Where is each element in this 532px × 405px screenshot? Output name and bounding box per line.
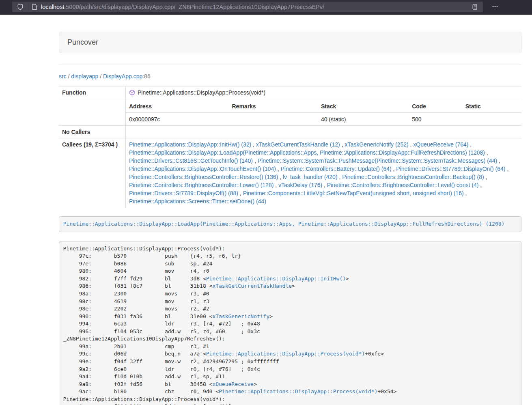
stats-header-row: Address Remarks Stack Code Static: [126, 100, 521, 113]
asm-symbol-link[interactable]: xQueueReceive: [212, 381, 254, 387]
callers-cell: [126, 126, 522, 138]
callees-row-label: Callees (19, Σ=3704 ): [59, 138, 126, 208]
url-host: localhost: [41, 4, 64, 10]
symbol-cube-icon: [129, 89, 135, 98]
callee-link[interactable]: Pinetime::Controllers::BrightnessControl…: [327, 182, 478, 188]
function-table: Function Pinetime::Applications::Display…: [59, 86, 521, 207]
callees-row: Callees (19, Σ=3704 ) Pinetime::Applicat…: [59, 138, 521, 208]
callee-link[interactable]: Pinetime::System::SystemTask::PushMessag…: [258, 157, 498, 164]
asm-symbol-link[interactable]: Pinetime::Applications::DisplayApp::Proc…: [219, 388, 377, 394]
callee-link[interactable]: Pinetime::Controllers::Battery::Update()…: [281, 166, 392, 172]
stats-header-address: Address: [126, 100, 229, 113]
browser-toolbar: localhost:5000/path/src/displayapp/Displ…: [0, 0, 532, 15]
callee-link[interactable]: Pinetime::Controllers::BrightnessControl…: [342, 174, 484, 180]
function-row: Function Pinetime::Applications::Display…: [59, 86, 521, 100]
breadcrumb-separator: /: [98, 73, 103, 80]
url-bar[interactable]: localhost:5000/path/src/displayapp/Displ…: [12, 2, 483, 12]
function-cell: Pinetime::Applications::DisplayApp::Proc…: [126, 86, 522, 100]
reader-mode-icon[interactable]: [471, 3, 479, 11]
asm-symbol-link[interactable]: xTaskGenericNotify: [212, 313, 269, 319]
callee-link[interactable]: Pinetime::Controllers::BrightnessControl…: [129, 182, 274, 188]
callers-row-label: No Callers: [59, 126, 126, 138]
breadcrumb-link[interactable]: DisplayApp.cpp: [103, 73, 142, 80]
stats-value-address: 0x0000097c: [126, 113, 229, 125]
page-icon[interactable]: [30, 3, 39, 11]
stats-header-stack: Stack: [318, 100, 409, 113]
divider-rule: [59, 65, 521, 65]
breadcrumb: src / displayapp / DisplayApp.cpp:86: [59, 72, 521, 80]
breadcrumb-separator: /: [67, 73, 71, 80]
page-container: Puncover src / displayapp / DisplayApp.c…: [59, 32, 521, 405]
more-menu-button[interactable]: [488, 2, 502, 12]
function-name: Pinetime::Applications::DisplayApp::Proc…: [138, 89, 265, 96]
callee-link[interactable]: lv_task_handler (420): [283, 174, 338, 180]
shield-icon[interactable]: [16, 3, 24, 11]
assembly-listing: Pinetime::Applications::DisplayApp::Proc…: [59, 241, 521, 405]
asm-symbol-link[interactable]: Pinetime::Applications::DisplayApp::Proc…: [206, 351, 365, 357]
stats-table: Address Remarks Stack Code Static 0x0000…: [126, 100, 521, 125]
highlight-loadapp-link[interactable]: Pinetime::Applications::DisplayApp::Load…: [63, 221, 505, 227]
breadcrumb-link[interactable]: src: [59, 73, 67, 80]
stats-value-static: [462, 113, 521, 125]
callee-link[interactable]: Pinetime::Components::LittleVgl::SetNewT…: [243, 190, 464, 196]
stats-row: Address Remarks Stack Code Static 0x0000…: [59, 100, 521, 126]
callee-link[interactable]: Pinetime::Drivers::St7789::DisplayOn() (…: [396, 166, 505, 172]
page-title-panel: Puncover: [59, 32, 521, 53]
urlbar-divider: [27, 3, 27, 11]
callee-link[interactable]: xTaskGetCurrentTaskHandle (12): [256, 141, 340, 148]
stats-value-remarks: [229, 113, 318, 125]
url-text: localhost:5000/path/src/displayapp/Displ…: [41, 4, 471, 10]
callee-link[interactable]: Pinetime::Drivers::St7789::DisplayOff() …: [129, 190, 238, 196]
stats-value-code: 500: [409, 113, 462, 125]
callers-row: No Callers: [59, 126, 521, 138]
callees-list: Pinetime::Applications::DisplayApp::Init…: [126, 138, 522, 208]
callee-link[interactable]: Pinetime::Controllers::BrightnessControl…: [129, 174, 278, 180]
callee-link[interactable]: Pinetime::Applications::DisplayApp::Load…: [129, 149, 485, 156]
callee-link[interactable]: Pinetime::Applications::DisplayApp::Init…: [129, 141, 251, 148]
callee-link[interactable]: Pinetime::Drivers::Cst816S::GetTouchInfo…: [129, 157, 253, 164]
highlight-code-line: Pinetime::Applications::DisplayApp::Load…: [59, 216, 521, 232]
page-title: Puncover: [67, 38, 98, 46]
stats-row-label: [59, 100, 126, 126]
breadcrumb-link[interactable]: displayapp: [71, 73, 98, 80]
callee-link[interactable]: vTaskDelay (176): [278, 182, 322, 188]
stats-header-code: Code: [409, 100, 462, 113]
callee-link[interactable]: Pinetime::Applications::Screens::Timer::…: [129, 198, 266, 205]
ellipsis-icon: [492, 3, 498, 11]
stats-value-stack: 40 (static): [318, 113, 409, 125]
stats-value-row: 0x0000097c 40 (static) 500: [126, 113, 521, 125]
function-row-label: Function: [59, 86, 126, 100]
url-path: :5000/path/src/displayapp/DisplayApp.cpp…: [64, 4, 324, 10]
asm-symbol-link[interactable]: xTaskGetCurrentTaskHandle: [212, 283, 292, 289]
callee-link[interactable]: xTaskGenericNotify (252): [345, 141, 408, 148]
asm-symbol-link[interactable]: Pinetime::Applications::DisplayApp::Init…: [206, 276, 346, 282]
breadcrumb-line-number: :86: [142, 73, 150, 80]
callee-link[interactable]: xQueueReceive (764): [413, 141, 468, 148]
stats-header-remarks: Remarks: [229, 100, 318, 113]
stats-cell: Address Remarks Stack Code Static 0x0000…: [126, 100, 522, 126]
stats-header-static: Static: [462, 100, 521, 113]
callee-link[interactable]: Pinetime::Applications::DisplayApp::OnTo…: [129, 166, 276, 172]
